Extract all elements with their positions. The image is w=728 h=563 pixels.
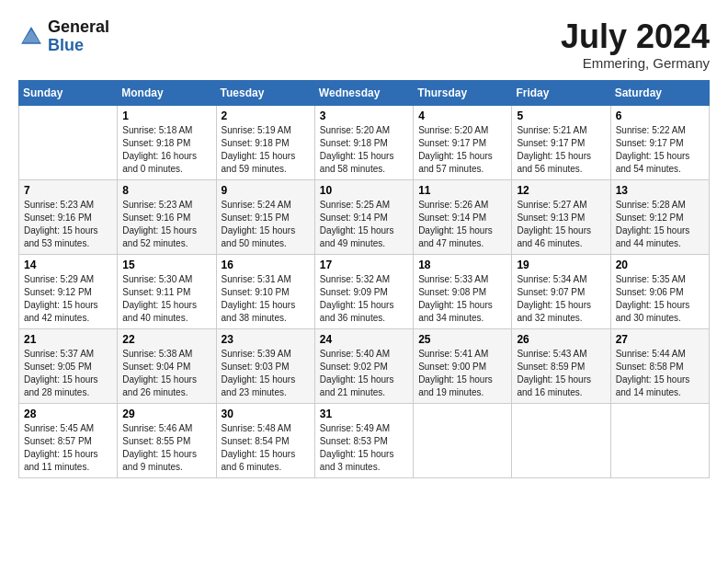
calendar-cell: 18Sunrise: 5:33 AMSunset: 9:08 PMDayligh… xyxy=(414,254,512,328)
day-info: Sunrise: 5:41 AMSunset: 9:00 PMDaylight:… xyxy=(418,348,506,399)
calendar-cell: 31Sunrise: 5:49 AMSunset: 8:53 PMDayligh… xyxy=(314,403,413,477)
day-number: 28 xyxy=(24,408,112,420)
logo-general: General xyxy=(48,17,109,36)
day-info: Sunrise: 5:21 AMSunset: 9:17 PMDaylight:… xyxy=(517,124,605,176)
day-number: 10 xyxy=(320,184,408,197)
day-header-sunday: Sunday xyxy=(19,80,118,105)
day-number: 8 xyxy=(122,184,210,197)
day-number: 21 xyxy=(24,333,112,346)
calendar-cell: 22Sunrise: 5:38 AMSunset: 9:04 PMDayligh… xyxy=(118,328,216,403)
calendar-cell: 16Sunrise: 5:31 AMSunset: 9:10 PMDayligh… xyxy=(216,254,314,328)
calendar-cell: 8Sunrise: 5:23 AMSunset: 9:16 PMDaylight… xyxy=(118,179,216,254)
day-number: 26 xyxy=(517,333,605,346)
title-block: July 2024 Emmering, Germany xyxy=(561,18,710,71)
day-info: Sunrise: 5:26 AMSunset: 9:14 PMDaylight:… xyxy=(418,199,506,250)
day-info: Sunrise: 5:44 AMSunset: 8:58 PMDaylight:… xyxy=(616,348,704,399)
day-number: 5 xyxy=(517,109,605,122)
day-info: Sunrise: 5:34 AMSunset: 9:07 PMDaylight:… xyxy=(517,273,605,325)
day-number: 17 xyxy=(320,259,408,271)
calendar-cell: 26Sunrise: 5:43 AMSunset: 8:59 PMDayligh… xyxy=(512,328,610,403)
svg-marker-1 xyxy=(23,29,40,42)
day-number: 9 xyxy=(222,184,310,197)
day-number: 6 xyxy=(616,109,704,122)
day-number: 30 xyxy=(222,408,310,420)
calendar-cell: 9Sunrise: 5:24 AMSunset: 9:15 PMDaylight… xyxy=(216,179,314,254)
calendar-cell: 4Sunrise: 5:20 AMSunset: 9:17 PMDaylight… xyxy=(414,105,512,179)
day-info: Sunrise: 5:40 AMSunset: 9:02 PMDaylight:… xyxy=(320,348,408,399)
calendar-cell: 30Sunrise: 5:48 AMSunset: 8:54 PMDayligh… xyxy=(216,403,314,477)
calendar-cell xyxy=(610,403,709,477)
day-info: Sunrise: 5:27 AMSunset: 9:13 PMDaylight:… xyxy=(517,199,605,250)
day-info: Sunrise: 5:37 AMSunset: 9:05 PMDaylight:… xyxy=(24,348,112,399)
day-number: 29 xyxy=(122,408,210,420)
day-number: 3 xyxy=(320,109,408,122)
calendar-cell: 13Sunrise: 5:28 AMSunset: 9:12 PMDayligh… xyxy=(610,179,709,254)
day-header-tuesday: Tuesday xyxy=(216,80,314,105)
calendar-cell: 11Sunrise: 5:26 AMSunset: 9:14 PMDayligh… xyxy=(414,179,512,254)
day-number: 20 xyxy=(616,259,704,271)
page-header: General Blue July 2024 Emmering, Germany xyxy=(18,18,710,71)
day-number: 23 xyxy=(222,333,310,346)
calendar-cell: 5Sunrise: 5:21 AMSunset: 9:17 PMDaylight… xyxy=(512,105,610,179)
day-info: Sunrise: 5:35 AMSunset: 9:06 PMDaylight:… xyxy=(616,273,704,325)
month-year: July 2024 xyxy=(561,18,710,55)
day-info: Sunrise: 5:31 AMSunset: 9:10 PMDaylight:… xyxy=(222,273,310,325)
day-info: Sunrise: 5:28 AMSunset: 9:12 PMDaylight:… xyxy=(616,199,704,250)
day-number: 18 xyxy=(418,259,506,271)
day-number: 15 xyxy=(122,259,210,271)
day-info: Sunrise: 5:29 AMSunset: 9:12 PMDaylight:… xyxy=(24,273,112,325)
day-info: Sunrise: 5:46 AMSunset: 8:55 PMDaylight:… xyxy=(122,422,210,474)
day-info: Sunrise: 5:33 AMSunset: 9:08 PMDaylight:… xyxy=(418,273,506,325)
day-info: Sunrise: 5:22 AMSunset: 9:17 PMDaylight:… xyxy=(616,124,704,176)
calendar-cell: 20Sunrise: 5:35 AMSunset: 9:06 PMDayligh… xyxy=(610,254,709,328)
calendar-cell xyxy=(512,403,610,477)
day-header-saturday: Saturday xyxy=(610,80,709,105)
calendar-cell: 21Sunrise: 5:37 AMSunset: 9:05 PMDayligh… xyxy=(19,328,118,403)
day-number: 22 xyxy=(122,333,210,346)
calendar-cell xyxy=(19,105,118,179)
day-number: 31 xyxy=(320,408,408,420)
calendar-header-row: SundayMondayTuesdayWednesdayThursdayFrid… xyxy=(19,80,710,105)
day-number: 27 xyxy=(616,333,704,346)
day-info: Sunrise: 5:39 AMSunset: 9:03 PMDaylight:… xyxy=(222,348,310,399)
day-info: Sunrise: 5:48 AMSunset: 8:54 PMDaylight:… xyxy=(222,422,310,474)
calendar-week-3: 14Sunrise: 5:29 AMSunset: 9:12 PMDayligh… xyxy=(19,254,710,328)
calendar-cell: 6Sunrise: 5:22 AMSunset: 9:17 PMDaylight… xyxy=(610,105,709,179)
day-number: 19 xyxy=(517,259,605,271)
day-info: Sunrise: 5:32 AMSunset: 9:09 PMDaylight:… xyxy=(320,273,408,325)
calendar-cell: 17Sunrise: 5:32 AMSunset: 9:09 PMDayligh… xyxy=(314,254,413,328)
day-info: Sunrise: 5:25 AMSunset: 9:14 PMDaylight:… xyxy=(320,199,408,250)
calendar-cell: 27Sunrise: 5:44 AMSunset: 8:58 PMDayligh… xyxy=(610,328,709,403)
calendar-body: 1Sunrise: 5:18 AMSunset: 9:18 PMDaylight… xyxy=(19,105,710,477)
day-info: Sunrise: 5:45 AMSunset: 8:57 PMDaylight:… xyxy=(24,422,112,474)
logo-icon xyxy=(18,24,44,50)
calendar-cell: 28Sunrise: 5:45 AMSunset: 8:57 PMDayligh… xyxy=(19,403,118,477)
calendar-cell: 25Sunrise: 5:41 AMSunset: 9:00 PMDayligh… xyxy=(414,328,512,403)
calendar-cell: 1Sunrise: 5:18 AMSunset: 9:18 PMDaylight… xyxy=(118,105,216,179)
day-number: 13 xyxy=(616,184,704,197)
day-info: Sunrise: 5:38 AMSunset: 9:04 PMDaylight:… xyxy=(122,348,210,399)
calendar-cell: 24Sunrise: 5:40 AMSunset: 9:02 PMDayligh… xyxy=(314,328,413,403)
calendar-cell: 2Sunrise: 5:19 AMSunset: 9:18 PMDaylight… xyxy=(216,105,314,179)
day-info: Sunrise: 5:20 AMSunset: 9:18 PMDaylight:… xyxy=(320,124,408,176)
day-info: Sunrise: 5:23 AMSunset: 9:16 PMDaylight:… xyxy=(24,199,112,250)
location: Emmering, Germany xyxy=(561,55,710,71)
day-info: Sunrise: 5:19 AMSunset: 9:18 PMDaylight:… xyxy=(222,124,310,176)
day-header-monday: Monday xyxy=(118,80,216,105)
day-number: 7 xyxy=(24,184,112,197)
day-number: 1 xyxy=(122,109,210,122)
logo-text: General Blue xyxy=(48,18,109,55)
calendar-table: SundayMondayTuesdayWednesdayThursdayFrid… xyxy=(18,80,710,478)
day-info: Sunrise: 5:20 AMSunset: 9:17 PMDaylight:… xyxy=(418,124,506,176)
calendar-cell: 15Sunrise: 5:30 AMSunset: 9:11 PMDayligh… xyxy=(118,254,216,328)
day-number: 16 xyxy=(222,259,310,271)
day-number: 12 xyxy=(517,184,605,197)
calendar-cell: 3Sunrise: 5:20 AMSunset: 9:18 PMDaylight… xyxy=(314,105,413,179)
day-info: Sunrise: 5:49 AMSunset: 8:53 PMDaylight:… xyxy=(320,422,408,474)
day-info: Sunrise: 5:30 AMSunset: 9:11 PMDaylight:… xyxy=(122,273,210,325)
day-header-friday: Friday xyxy=(512,80,610,105)
day-number: 4 xyxy=(418,109,506,122)
day-header-thursday: Thursday xyxy=(414,80,512,105)
calendar-cell: 7Sunrise: 5:23 AMSunset: 9:16 PMDaylight… xyxy=(19,179,118,254)
logo: General Blue xyxy=(18,18,109,55)
